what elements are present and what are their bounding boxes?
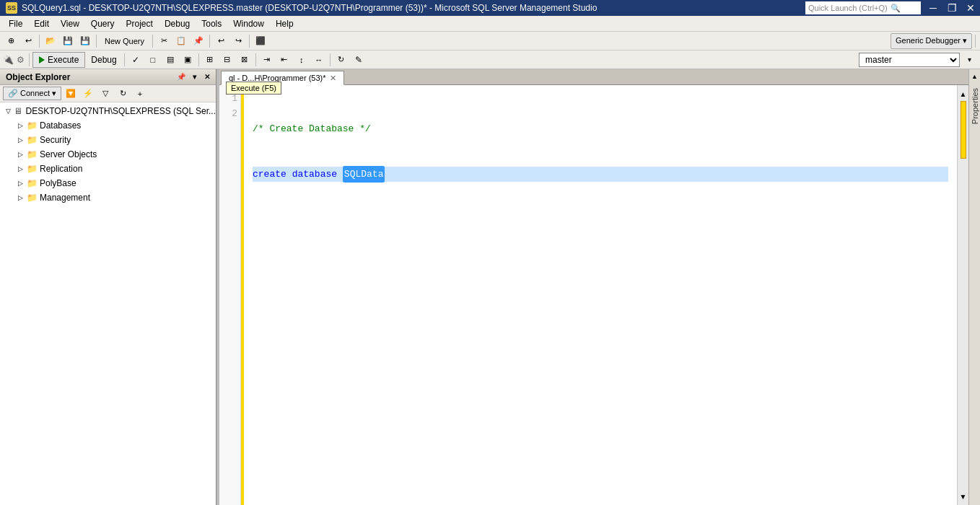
expand-management-icon[interactable]: ▷ xyxy=(14,192,26,203)
sql-btn11[interactable]: ↔ xyxy=(311,52,327,68)
object-explorer: Object Explorer 📌 ▾ ✕ 🔗 Connect ▾ 🔽 ⚡ ▽ … xyxy=(0,69,216,505)
object-explorer-header: Object Explorer 📌 ▾ ✕ xyxy=(0,69,216,85)
expand-polybase-icon[interactable]: ▷ xyxy=(14,177,26,189)
sql-btn7[interactable]: ⊠ xyxy=(237,52,253,68)
close-button[interactable]: ✕ xyxy=(961,0,980,16)
expand-databases-icon[interactable]: ▷ xyxy=(14,120,26,131)
scroll-down-btn[interactable]: ▼ xyxy=(958,491,969,502)
explorer-new-btn[interactable]: + xyxy=(132,86,148,102)
sep6 xyxy=(975,35,976,48)
change-gutter-indicator xyxy=(961,101,966,159)
menu-debug[interactable]: Debug xyxy=(159,16,196,32)
undo-btn[interactable]: ↩ xyxy=(213,33,229,49)
tree-management-node[interactable]: ▷ 📁 Management xyxy=(0,190,216,205)
security-folder-icon: 📁 xyxy=(26,134,38,146)
sql-btn13[interactable]: ✎ xyxy=(351,52,367,68)
explorer-refresh-btn[interactable]: ↻ xyxy=(115,86,131,102)
tab-close-btn[interactable]: ✕ xyxy=(330,74,336,83)
stop-btn[interactable]: ⬛ xyxy=(253,33,268,49)
editor-area: ql - D...H\Programmer (53)* ✕ 1 2 /* Cre… xyxy=(219,69,968,505)
management-label: Management xyxy=(40,193,90,203)
save-btn[interactable]: 💾 xyxy=(60,33,76,49)
tree-databases-node[interactable]: ▷ 📁 Databases xyxy=(0,118,216,133)
database-selector[interactable]: master xyxy=(859,53,960,67)
tree-security-node[interactable]: ▷ 📁 Security xyxy=(0,133,216,147)
hide-panel-btn[interactable]: ▾ xyxy=(188,71,200,83)
panel-controls: 📌 ▾ ✕ xyxy=(175,71,213,83)
keyword-create: create xyxy=(253,167,286,182)
save-all-btn[interactable]: 💾 xyxy=(77,33,93,49)
tree-replication-node[interactable]: ▷ 📁 Replication xyxy=(0,162,216,176)
expand-server-icon[interactable]: ▽ xyxy=(3,105,13,117)
sql-btn10[interactable]: ↕ xyxy=(294,52,310,68)
menu-tools[interactable]: Tools xyxy=(196,16,227,32)
copy-btn[interactable]: 📋 xyxy=(173,33,189,49)
paste-btn[interactable]: 📌 xyxy=(191,33,206,49)
menu-edit[interactable]: Edit xyxy=(28,16,55,32)
generic-debugger-dropdown[interactable]: Generic Debugger ▾ xyxy=(891,33,972,49)
properties-up-btn[interactable]: ▲ xyxy=(969,71,981,82)
new-query-btn[interactable]: New Query xyxy=(100,33,149,49)
tree-polybase-node[interactable]: ▷ 📁 PolyBase xyxy=(0,176,216,190)
redo-btn[interactable]: ↪ xyxy=(230,33,246,49)
quick-launch-placeholder: Quick Launch (Ctrl+Q) xyxy=(808,4,888,12)
menu-window[interactable]: Window xyxy=(227,16,270,32)
menu-file[interactable]: File xyxy=(3,16,28,32)
main-area: Object Explorer 📌 ▾ ✕ 🔗 Connect ▾ 🔽 ⚡ ▽ … xyxy=(0,69,980,505)
menu-view[interactable]: View xyxy=(55,16,85,32)
db-selector-dropdown-btn[interactable]: ▾ xyxy=(961,52,977,68)
object-explorer-title: Object Explorer xyxy=(6,72,70,82)
server-objects-label: Server Objects xyxy=(40,149,97,159)
tree-server-objects-node[interactable]: ▷ 📁 Server Objects xyxy=(0,147,216,162)
code-line-2[interactable]: create database SQLData xyxy=(253,167,948,182)
scroll-up-btn[interactable]: ▲ xyxy=(958,88,969,100)
execute-triangle-icon xyxy=(39,56,45,63)
sql-btn9[interactable]: ⇤ xyxy=(276,52,292,68)
new-connection-btn[interactable]: ⊕ xyxy=(3,33,19,49)
connect-icon: 🔌 xyxy=(3,55,14,65)
expand-server-objects-icon[interactable]: ▷ xyxy=(14,149,26,160)
server-objects-folder-icon: 📁 xyxy=(26,149,38,160)
check-syntax-btn[interactable]: ✓ xyxy=(128,52,144,68)
sql-btn3[interactable]: ▤ xyxy=(162,52,178,68)
server-icon: 🖥 xyxy=(13,105,23,117)
sql-btn4[interactable]: ▣ xyxy=(180,52,196,68)
toolbar-icon2: ⚙ xyxy=(17,55,25,65)
pin-panel-btn[interactable]: 📌 xyxy=(175,71,187,83)
expand-security-icon[interactable]: ▷ xyxy=(14,134,26,146)
sql-btn12[interactable]: ↻ xyxy=(333,52,349,68)
refresh-btn[interactable]: ↩ xyxy=(20,33,36,49)
code-editor[interactable]: /* Create Database */ create database SQ… xyxy=(241,85,957,505)
sql-btn5[interactable]: ⊞ xyxy=(202,52,218,68)
tree-area: ▽ 🖥 DESKTOP-U2Q7NTH\SQLEXPRESS (SQL Ser.… xyxy=(0,102,216,505)
restore-button[interactable]: ❐ xyxy=(942,0,961,16)
minimize-button[interactable]: ─ xyxy=(924,0,942,16)
close-panel-btn[interactable]: ✕ xyxy=(201,71,213,83)
explorer-sync-btn[interactable]: ⚡ xyxy=(80,86,96,102)
explorer-filter-btn[interactable]: 🔽 xyxy=(63,86,79,102)
execute-button[interactable]: Execute xyxy=(32,52,85,68)
sep2 xyxy=(96,35,97,48)
explorer-filter2-btn[interactable]: ▽ xyxy=(97,86,113,102)
sql-btn8[interactable]: ⇥ xyxy=(259,52,275,68)
menu-project[interactable]: Project xyxy=(121,16,159,32)
replication-label: Replication xyxy=(40,164,82,174)
tab-bar: ql - D...H\Programmer (53)* ✕ xyxy=(219,69,968,85)
replication-folder-icon: 📁 xyxy=(26,163,38,175)
polybase-folder-icon: 📁 xyxy=(26,177,38,189)
execute-tooltip: Execute (F5) xyxy=(226,82,281,95)
properties-label[interactable]: Properties xyxy=(971,88,979,124)
code-content[interactable]: /* Create Database */ create database SQ… xyxy=(241,85,957,218)
cut-btn[interactable]: ✂ xyxy=(156,33,172,49)
debug-label[interactable]: Debug xyxy=(87,55,121,65)
open-btn[interactable]: 📂 xyxy=(43,33,58,49)
sep4 xyxy=(209,35,210,48)
menu-help[interactable]: Help xyxy=(270,16,299,32)
app-title: SQLQuery1.sql - DESKTOP-U2Q7NTH\SQLEXPRE… xyxy=(22,3,597,13)
connect-button[interactable]: 🔗 Connect ▾ xyxy=(3,87,61,100)
sql-btn6[interactable]: ⊟ xyxy=(219,52,235,68)
tree-server-node[interactable]: ▽ 🖥 DESKTOP-U2Q7NTH\SQLEXPRESS (SQL Ser.… xyxy=(0,104,216,118)
expand-replication-icon[interactable]: ▷ xyxy=(14,163,26,175)
sql-btn2[interactable]: □ xyxy=(145,52,161,68)
menu-query[interactable]: Query xyxy=(85,16,121,32)
